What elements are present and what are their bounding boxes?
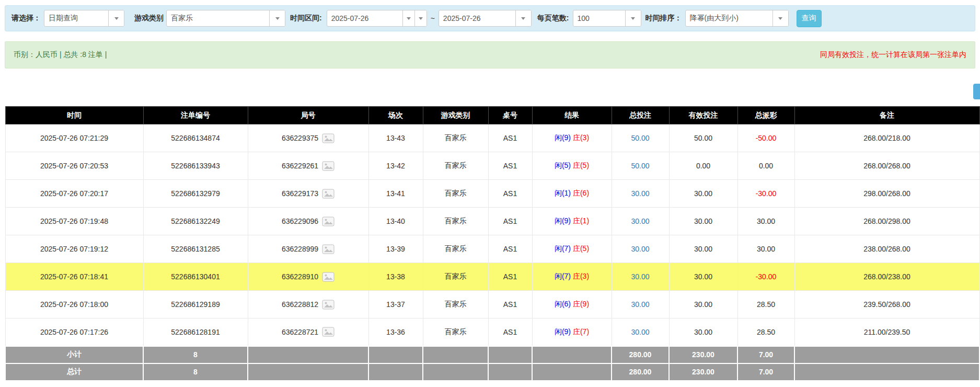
bet-records-table: 时间注单编号局号场次游戏类别桌号结果总投注有效投注总派彩备注 2025-07-2… [5, 106, 980, 381]
bet-records-table-wrap: 时间注单编号局号场次游戏类别桌号结果总投注有效投注总派彩备注 2025-07-2… [5, 106, 980, 381]
round-number: 636229375 [282, 134, 318, 142]
round-number: 636229096 [282, 217, 318, 225]
player-result: 闲(1) [555, 189, 571, 197]
replay-image-icon[interactable] [322, 189, 335, 199]
game-type-label: 游戏类别 [134, 14, 164, 23]
valid-bet-cell: 30.00 [669, 263, 737, 291]
table-row: 2025-07-26 07:20:53 522686133943 6362292… [5, 152, 979, 180]
result-cell: 闲(6) 庄(9) [532, 291, 612, 318]
note-cell: 268.00/238.00 [794, 263, 979, 291]
currency-summary-text: 币别：人民币 | 总共 :8 注单 | [14, 50, 107, 60]
column-header: 备注 [794, 107, 979, 124]
total-bet-cell: 30.00 [612, 291, 669, 318]
session-cell: 13-41 [368, 180, 423, 208]
page-size-combo [573, 10, 641, 27]
game-type-dropdown-button[interactable] [269, 10, 285, 26]
footer-label-cell: 小计 [5, 346, 143, 363]
footer-count-cell: 8 [143, 363, 248, 381]
replay-image-icon[interactable] [322, 272, 335, 282]
replay-image-icon[interactable] [322, 161, 335, 171]
replay-image-icon[interactable] [322, 217, 335, 226]
table-number-cell: AS1 [488, 235, 532, 263]
footer-valid-bet-cell: 230.00 [669, 363, 737, 381]
result-cell: 闲(9) 庄(1) [532, 208, 612, 235]
page-size-label: 每页笔数: [537, 14, 569, 23]
date-from-calendar-button[interactable] [414, 10, 426, 26]
chevron-down-icon [407, 17, 411, 20]
table-header-row: 时间注单编号局号场次游戏类别桌号结果总投注有效投注总派彩备注 [5, 107, 979, 124]
session-cell: 13-38 [368, 263, 423, 291]
replay-image-icon[interactable] [322, 244, 335, 254]
valid-bet-cell: 30.00 [669, 180, 737, 208]
total-bet-link[interactable]: 30.00 [631, 189, 649, 198]
session-cell: 13-36 [368, 318, 423, 346]
search-button[interactable]: 查询 [797, 10, 822, 27]
page-size-input[interactable] [573, 10, 625, 26]
page-size-dropdown-button[interactable] [625, 10, 641, 26]
valid-bet-cell: 30.00 [669, 235, 737, 263]
table-row: 2025-07-26 07:17:26 522686128191 6362287… [5, 318, 979, 346]
summary-row: 总计 8 280.00 230.00 7.00 [5, 363, 979, 381]
round-cell: 636228721 [248, 318, 368, 346]
total-bet-link[interactable]: 50.00 [631, 134, 649, 142]
game-type-input[interactable] [167, 10, 269, 26]
time-cell: 2025-07-26 07:19:12 [5, 235, 143, 263]
total-bet-link[interactable]: 30.00 [631, 300, 649, 309]
bet-id-cell: 522686128191 [143, 318, 248, 346]
table-number-cell: AS1 [488, 152, 532, 180]
total-bet-link[interactable]: 50.00 [631, 162, 649, 170]
date-from-input[interactable] [327, 10, 402, 26]
payout-cell: -30.00 [737, 263, 794, 291]
banker-result: 庄(5) [573, 161, 589, 169]
date-from-combo [327, 10, 427, 27]
total-bet-link[interactable]: 30.00 [631, 245, 649, 253]
game-type-cell: 百家乐 [423, 318, 488, 346]
footer-valid-bet-cell: 230.00 [669, 346, 737, 363]
total-bet-link[interactable]: 30.00 [631, 328, 649, 336]
bet-id-cell: 522686132249 [143, 208, 248, 235]
summary-row: 小计 8 280.00 230.00 7.00 [5, 346, 979, 363]
banker-result: 庄(1) [573, 217, 589, 225]
round-cell: 636228999 [248, 235, 368, 263]
payout-cell: 28.50 [737, 291, 794, 318]
banker-result: 庄(3) [573, 272, 589, 280]
bet-id-cell: 522686129189 [143, 291, 248, 318]
total-bet-cell: 50.00 [612, 152, 669, 180]
query-type-dropdown-button[interactable] [108, 10, 124, 26]
filter-bar: 请选择： 游戏类别 时间区间: ~ 每页笔数: 时间排序： 查询 [5, 5, 975, 31]
replay-image-icon[interactable] [322, 133, 335, 143]
sort-order-input[interactable] [686, 10, 773, 26]
banker-result: 庄(9) [573, 300, 589, 308]
sort-order-dropdown-button[interactable] [773, 10, 788, 26]
query-type-input[interactable] [44, 10, 108, 26]
time-cell: 2025-07-26 07:20:53 [5, 152, 143, 180]
banker-result: 庄(6) [573, 189, 589, 197]
total-bet-link[interactable]: 30.00 [631, 217, 649, 225]
footer-payout-cell: 7.00 [737, 363, 794, 381]
table-number-cell: AS1 [488, 208, 532, 235]
time-cell: 2025-07-26 07:18:00 [5, 291, 143, 318]
round-number: 636229173 [282, 189, 318, 198]
date-to-input[interactable] [439, 10, 515, 26]
game-type-cell: 百家乐 [423, 152, 488, 180]
date-to-dropdown-button[interactable] [515, 10, 531, 26]
footer-total-bet-cell: 280.00 [612, 346, 669, 363]
total-bet-link[interactable]: 30.00 [631, 272, 649, 281]
date-from-dropdown-button[interactable] [402, 10, 414, 26]
player-result: 闲(6) [555, 300, 571, 308]
result-cell: 闲(7) 庄(3) [532, 263, 612, 291]
payout-cell: 30.00 [737, 208, 794, 235]
column-header: 总投注 [612, 107, 669, 124]
round-number: 636228910 [282, 272, 318, 281]
game-type-cell: 百家乐 [423, 208, 488, 235]
replay-image-icon[interactable] [322, 300, 335, 310]
result-cell: 闲(1) 庄(6) [532, 180, 612, 208]
replay-image-icon[interactable] [322, 327, 335, 337]
table-footer: 小计 8 280.00 230.00 7.00 总计 8 280.00 230.… [5, 346, 979, 381]
banker-result: 庄(7) [573, 327, 589, 336]
valid-bet-cell: 0.00 [669, 152, 737, 180]
partial-button[interactable] [973, 84, 980, 99]
range-separator: ~ [431, 14, 435, 22]
bet-id-cell: 522686132979 [143, 180, 248, 208]
game-type-cell: 百家乐 [423, 180, 488, 208]
